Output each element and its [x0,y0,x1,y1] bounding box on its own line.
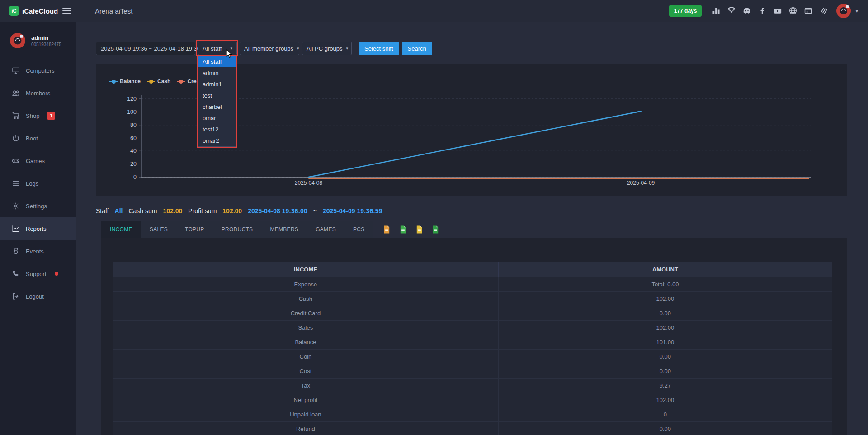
topbar-right: 177 days ▾ [669,3,868,19]
sidebar-user[interactable]: admin 005193482475 [0,22,76,59]
search-button[interactable]: Search [402,42,432,55]
tab-sales[interactable]: SALES [141,221,176,238]
staff-dropdown-list: All staffadminadmin1testcharbelomartest1… [198,56,236,147]
staff-option[interactable]: omar [198,112,236,124]
user-avatar[interactable] [835,3,852,19]
table-cell: 0.00 [498,422,832,435]
trophy-icon[interactable] [727,6,736,15]
table-cell: Tax [113,379,499,393]
export-excel-icon[interactable] [431,225,440,234]
sidebar-item-computers[interactable]: Computers [0,59,76,82]
logout-icon [12,292,20,300]
table-row: Tax9.27 [113,379,832,393]
select-shift-button[interactable]: Select shift [359,42,399,55]
legend-marker-icon [177,80,185,84]
sidebar-item-events[interactable]: Events [0,240,76,262]
staff-option[interactable]: charbel [198,101,236,112]
staff-option[interactable]: omar2 [198,135,236,146]
app-root: iC iCafeCloud Arena aiTest 177 days ▾ ad… [0,0,868,435]
sidebar-item-support[interactable]: Support [0,262,76,285]
export-csv-icon[interactable] [415,225,424,234]
table-cell: Balance [113,335,499,350]
discord-icon[interactable] [742,6,751,15]
cafe-title: Arena aiTest [95,7,132,15]
table-row: Coin0.00 [113,350,832,364]
youtube-icon[interactable] [773,6,782,15]
pc-groups-value: All PC groups [307,45,342,52]
table-cell: Total: 0.00 [498,277,832,292]
staff-option[interactable]: admin [198,67,236,79]
sidebar-item-games[interactable]: Games [0,150,76,172]
table-cell: Expense [113,277,499,292]
tab-members[interactable]: MEMBERS [261,221,307,238]
staff-option[interactable]: All staff [198,56,236,67]
svg-text:40: 40 [130,148,137,154]
legend-label: Cash [157,78,170,84]
sidebar-item-members[interactable]: Members [0,82,76,104]
export-pdf-icon[interactable] [382,225,391,234]
svg-text:80: 80 [130,122,137,128]
staff-option[interactable]: test [198,90,236,101]
table-row: Refund0.00 [113,422,832,435]
stats-icon[interactable] [712,6,721,15]
tab-pcs[interactable]: PCS [344,221,373,238]
staff-option[interactable]: test12 [198,124,236,135]
members-icon [12,89,20,97]
staff-select[interactable]: All staff ▾ [198,42,237,55]
table-cell: Coin [113,350,499,364]
layers-icon[interactable] [819,6,828,15]
facebook-icon[interactable] [758,6,767,15]
table-cell: Cash [113,292,499,306]
sidebar-item-boot[interactable]: Boot [0,127,76,150]
svg-text:100: 100 [127,109,137,115]
date-range-input[interactable]: 2025-04-09 19:36 ~ 2025-04-18 19:36 [96,42,195,55]
globe-icon[interactable] [788,6,797,15]
table-cell: 0.00 [498,364,832,379]
billing-icon[interactable] [804,6,813,15]
table-cell: 102.00 [498,321,832,335]
member-groups-value: All member groups [244,45,293,52]
table-cell: 9.27 [498,379,832,393]
svg-text:60: 60 [130,135,137,141]
table-cell: Sales [113,321,499,335]
cash-sum-value: 102.00 [163,207,182,215]
events-icon [12,247,20,255]
app-logo[interactable]: iC iCafeCloud [0,6,59,16]
sidebar-item-reports[interactable]: Reports [0,217,76,240]
table-row: Sales102.00 [113,321,832,335]
staff-label: Staff [96,207,109,215]
license-days-badge[interactable]: 177 days [669,5,702,17]
pc-groups-select[interactable]: All PC groups ▾ [302,42,352,55]
column-header: AMOUNT [498,262,832,277]
sidebar-item-logs[interactable]: Logs [0,172,76,195]
table-cell: Credit Card [113,306,499,321]
profit-sum-label: Profit sum [188,207,217,215]
tab-topup[interactable]: TOPUP [176,221,213,238]
table-header-row: INCOMEAMOUNT [113,262,832,277]
tab-products[interactable]: PRODUCTS [213,221,262,238]
chevron-down-icon[interactable]: ▾ [855,8,858,14]
legend-item[interactable]: Cash [147,78,170,84]
tab-income[interactable]: INCOME [101,221,141,238]
games-icon [12,157,20,165]
export-html-icon[interactable] [399,225,407,234]
table-row: Balance101.00 [113,335,832,350]
period-start: 2025-04-08 19:36:00 [248,207,307,215]
support-icon [12,270,20,278]
staff-option[interactable]: admin1 [198,79,236,90]
table-row: Unpaid loan0 [113,407,832,422]
sidebar-item-settings[interactable]: Settings [0,195,76,217]
tab-games[interactable]: GAMES [307,221,344,238]
member-groups-select[interactable]: All member groups ▾ [240,42,299,55]
legend-item[interactable]: Balance [109,78,141,84]
svg-text:20: 20 [130,161,137,167]
sidebar-item-label: Settings [26,203,47,210]
menu-toggle-icon[interactable] [62,8,71,14]
filter-bar: 2025-04-09 19:36 ~ 2025-04-18 19:36 All … [96,42,432,55]
period-separator: ~ [313,207,317,215]
staff-value[interactable]: All [115,207,123,215]
sidebar-item-shop[interactable]: Shop1 [0,104,76,127]
sidebar-item-logout[interactable]: Logout [0,285,76,308]
income-table-panel: INCOMEAMOUNT ExpenseTotal: 0.00Cash102.0… [101,238,847,435]
computers-icon [12,66,20,75]
